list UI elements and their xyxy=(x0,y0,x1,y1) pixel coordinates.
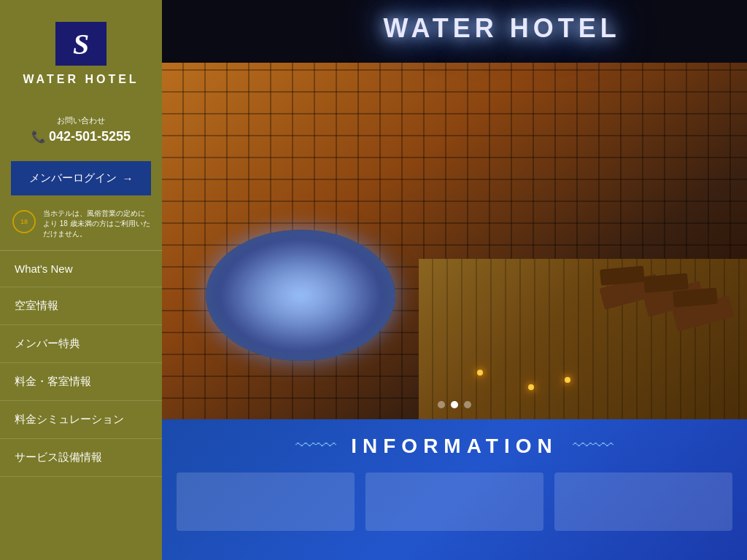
nav-label-room-rates: 料金・客室情報 xyxy=(15,375,91,389)
age-badge-inner: 18 xyxy=(12,210,36,233)
phone-icon: 📞 xyxy=(31,130,46,144)
deck-area xyxy=(419,259,747,419)
contact-area: お問い合わせ 📞 042-501-5255 xyxy=(0,101,162,155)
carousel-dot-2[interactable] xyxy=(451,401,458,408)
age-badge: 18 xyxy=(11,209,37,235)
info-wing-right-icon: 〰〰 xyxy=(573,434,614,458)
nav-label-whats-new: What's New xyxy=(15,262,73,275)
jacuzzi-tub xyxy=(206,215,410,361)
phone-text: 042-501-5255 xyxy=(49,129,131,144)
login-label: メンバーログイン xyxy=(29,171,117,185)
hero-hotel-sign: WATER HOTEL xyxy=(383,13,620,44)
carousel-dots[interactable] xyxy=(438,401,471,408)
info-card-1 xyxy=(177,472,355,531)
info-cards xyxy=(177,472,732,531)
ground-light-3 xyxy=(565,377,570,383)
age-notice-text: 当ホテルは、風俗営業の定めにより 18 歳未満の方はご利用いただけません。 xyxy=(43,209,151,239)
main-content: WATER HOTEL xyxy=(162,0,747,560)
nav-item-service-facilities[interactable]: サービス設備情報 xyxy=(0,439,162,477)
nav-item-vacancy[interactable]: 空室情報 xyxy=(0,287,162,325)
jacuzzi-glow xyxy=(206,230,395,361)
info-card-3 xyxy=(554,472,732,531)
nav-item-price-simulation[interactable]: 料金シミュレーション xyxy=(0,401,162,439)
carousel-dot-1[interactable] xyxy=(438,401,445,408)
ground-light-2 xyxy=(528,384,534,390)
carousel-dot-3[interactable] xyxy=(464,401,471,408)
nav-item-room-rates[interactable]: 料金・客室情報 xyxy=(0,363,162,401)
info-wing-left-icon: 〰〰 xyxy=(295,434,336,458)
hotel-name: WATER HOTEL xyxy=(23,73,139,86)
main-nav: What's New 空室情報 メンバー特典 料金・客室情報 料金シミュレーショ… xyxy=(0,251,162,477)
sidebar: S WATER HOTEL お問い合わせ 📞 042-501-5255 メンバー… xyxy=(0,0,162,560)
nav-label-service-facilities: サービス設備情報 xyxy=(15,451,102,464)
nav-label-member-benefits: メンバー特典 xyxy=(15,337,80,351)
nav-label-vacancy: 空室情報 xyxy=(15,299,58,313)
nav-item-whats-new[interactable]: What's New xyxy=(0,251,162,287)
hero-background: WATER HOTEL xyxy=(162,0,747,419)
info-section: 〰〰 INFORMATION 〰〰 xyxy=(162,419,747,560)
info-card-2 xyxy=(365,472,543,531)
logo-area: S WATER HOTEL xyxy=(0,0,162,101)
info-title-row: 〰〰 INFORMATION 〰〰 xyxy=(295,434,613,458)
ground-light-1 xyxy=(477,370,483,376)
contact-label: お問い合わせ xyxy=(7,115,155,126)
phone-number: 📞 042-501-5255 xyxy=(7,129,155,144)
nav-item-member-benefits[interactable]: メンバー特典 xyxy=(0,325,162,363)
logo-letter: S xyxy=(73,27,89,61)
logo-box: S xyxy=(55,22,107,66)
hero-section: WATER HOTEL xyxy=(162,0,747,419)
age-notice-area: 18 当ホテルは、風俗営業の定めにより 18 歳未満の方はご利用いただけません。 xyxy=(0,201,162,250)
login-button[interactable]: メンバーログイン → xyxy=(11,161,151,195)
jacuzzi-outer xyxy=(206,230,395,361)
nav-label-price-simulation: 料金シミュレーション xyxy=(15,413,124,427)
login-arrow-icon: → xyxy=(123,172,133,184)
info-title-text: INFORMATION xyxy=(351,435,557,458)
